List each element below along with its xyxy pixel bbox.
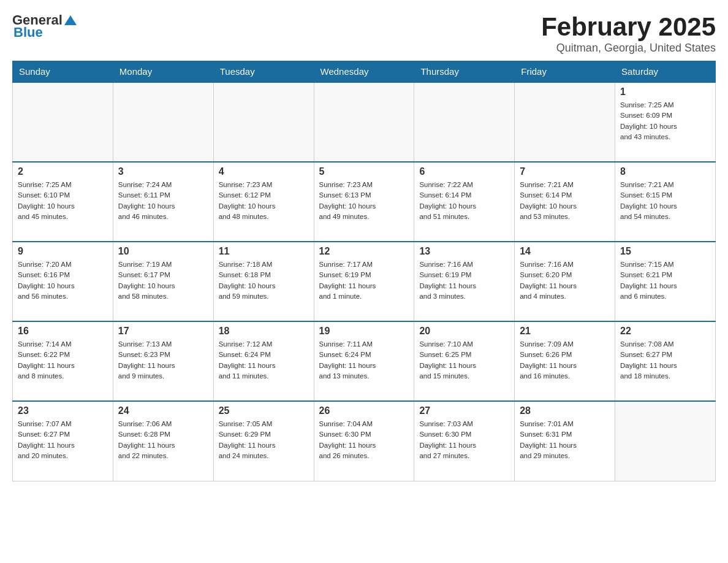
calendar-cell: 18Sunrise: 7:12 AM Sunset: 6:24 PM Dayli… [213, 321, 314, 401]
calendar-cell: 2Sunrise: 7:25 AM Sunset: 6:10 PM Daylig… [13, 162, 113, 242]
day-info: Sunrise: 7:23 AM Sunset: 6:12 PM Dayligh… [219, 180, 309, 222]
calendar-cell: 21Sunrise: 7:09 AM Sunset: 6:26 PM Dayli… [515, 321, 615, 401]
day-number: 1 [620, 86, 710, 98]
calendar-header-saturday: Saturday [615, 61, 716, 83]
day-number: 14 [520, 246, 610, 257]
calendar-cell: 20Sunrise: 7:10 AM Sunset: 6:25 PM Dayli… [414, 321, 515, 401]
day-info: Sunrise: 7:25 AM Sunset: 6:10 PM Dayligh… [18, 180, 108, 222]
calendar-cell: 5Sunrise: 7:23 AM Sunset: 6:13 PM Daylig… [314, 162, 414, 242]
day-number: 18 [219, 326, 309, 337]
day-number: 22 [620, 326, 710, 337]
calendar-cell: 7Sunrise: 7:21 AM Sunset: 6:14 PM Daylig… [515, 162, 615, 242]
day-info: Sunrise: 7:15 AM Sunset: 6:21 PM Dayligh… [620, 259, 710, 302]
subtitle: Quitman, Georgia, United States [541, 42, 716, 55]
day-number: 13 [419, 246, 509, 257]
day-info: Sunrise: 7:13 AM Sunset: 6:23 PM Dayligh… [118, 339, 208, 381]
calendar-cell: 16Sunrise: 7:14 AM Sunset: 6:22 PM Dayli… [13, 321, 113, 401]
calendar-cell [314, 82, 414, 162]
day-info: Sunrise: 7:21 AM Sunset: 6:14 PM Dayligh… [520, 180, 610, 222]
calendar-header-row: SundayMondayTuesdayWednesdayThursdayFrid… [13, 61, 716, 83]
calendar-cell: 9Sunrise: 7:20 AM Sunset: 6:16 PM Daylig… [13, 242, 113, 321]
day-number: 9 [18, 246, 108, 257]
day-number: 12 [319, 246, 409, 257]
day-info: Sunrise: 7:07 AM Sunset: 6:27 PM Dayligh… [18, 419, 108, 461]
calendar-header-friday: Friday [515, 61, 615, 83]
logo-blue: Blue [13, 25, 43, 40]
day-info: Sunrise: 7:03 AM Sunset: 6:30 PM Dayligh… [419, 419, 509, 461]
calendar-cell: 14Sunrise: 7:16 AM Sunset: 6:20 PM Dayli… [515, 242, 615, 321]
logo: General Blue [12, 12, 77, 40]
day-info: Sunrise: 7:21 AM Sunset: 6:15 PM Dayligh… [620, 180, 710, 222]
calendar-cell: 27Sunrise: 7:03 AM Sunset: 6:30 PM Dayli… [414, 401, 515, 481]
day-info: Sunrise: 7:24 AM Sunset: 6:11 PM Dayligh… [118, 180, 208, 222]
day-info: Sunrise: 7:22 AM Sunset: 6:14 PM Dayligh… [419, 180, 509, 222]
day-info: Sunrise: 7:17 AM Sunset: 6:19 PM Dayligh… [319, 259, 409, 302]
calendar-cell [615, 401, 716, 481]
calendar-week-row-2: 2Sunrise: 7:25 AM Sunset: 6:10 PM Daylig… [13, 162, 716, 242]
day-info: Sunrise: 7:20 AM Sunset: 6:16 PM Dayligh… [18, 259, 108, 302]
day-number: 20 [419, 326, 509, 337]
calendar-cell: 6Sunrise: 7:22 AM Sunset: 6:14 PM Daylig… [414, 162, 515, 242]
calendar-cell: 15Sunrise: 7:15 AM Sunset: 6:21 PM Dayli… [615, 242, 716, 321]
day-number: 3 [118, 166, 208, 177]
day-number: 16 [18, 326, 108, 337]
calendar-header-tuesday: Tuesday [213, 61, 314, 83]
calendar-cell: 19Sunrise: 7:11 AM Sunset: 6:24 PM Dayli… [314, 321, 414, 401]
title-section: February 2025 Quitman, Georgia, United S… [541, 12, 716, 55]
day-info: Sunrise: 7:08 AM Sunset: 6:27 PM Dayligh… [620, 339, 710, 381]
day-number: 25 [219, 405, 309, 416]
day-number: 7 [520, 166, 610, 177]
day-info: Sunrise: 7:01 AM Sunset: 6:31 PM Dayligh… [520, 419, 610, 461]
day-info: Sunrise: 7:16 AM Sunset: 6:20 PM Dayligh… [520, 259, 610, 302]
calendar-header-sunday: Sunday [13, 61, 113, 83]
calendar-week-row-5: 23Sunrise: 7:07 AM Sunset: 6:27 PM Dayli… [13, 401, 716, 481]
calendar-week-row-3: 9Sunrise: 7:20 AM Sunset: 6:16 PM Daylig… [13, 242, 716, 321]
day-number: 10 [118, 246, 208, 257]
day-info: Sunrise: 7:14 AM Sunset: 6:22 PM Dayligh… [18, 339, 108, 381]
day-info: Sunrise: 7:11 AM Sunset: 6:24 PM Dayligh… [319, 339, 409, 381]
calendar-cell: 17Sunrise: 7:13 AM Sunset: 6:23 PM Dayli… [113, 321, 213, 401]
calendar-cell: 28Sunrise: 7:01 AM Sunset: 6:31 PM Dayli… [515, 401, 615, 481]
day-number: 8 [620, 166, 710, 177]
day-number: 26 [319, 405, 409, 416]
calendar-cell: 26Sunrise: 7:04 AM Sunset: 6:30 PM Dayli… [314, 401, 414, 481]
calendar-cell [414, 82, 515, 162]
calendar-cell [113, 82, 213, 162]
day-info: Sunrise: 7:18 AM Sunset: 6:18 PM Dayligh… [219, 259, 309, 302]
calendar-cell: 13Sunrise: 7:16 AM Sunset: 6:19 PM Dayli… [414, 242, 515, 321]
calendar-cell [13, 82, 113, 162]
day-info: Sunrise: 7:16 AM Sunset: 6:19 PM Dayligh… [419, 259, 509, 302]
svg-marker-0 [64, 15, 77, 25]
calendar-cell: 11Sunrise: 7:18 AM Sunset: 6:18 PM Dayli… [213, 242, 314, 321]
day-number: 2 [18, 166, 108, 177]
day-info: Sunrise: 7:09 AM Sunset: 6:26 PM Dayligh… [520, 339, 610, 381]
day-info: Sunrise: 7:04 AM Sunset: 6:30 PM Dayligh… [319, 419, 409, 461]
day-number: 6 [419, 166, 509, 177]
day-info: Sunrise: 7:19 AM Sunset: 6:17 PM Dayligh… [118, 259, 208, 302]
day-number: 28 [520, 405, 610, 416]
calendar-table: SundayMondayTuesdayWednesdayThursdayFrid… [12, 61, 716, 481]
day-info: Sunrise: 7:05 AM Sunset: 6:29 PM Dayligh… [219, 419, 309, 461]
day-number: 24 [118, 405, 208, 416]
page-title: February 2025 [541, 12, 716, 42]
day-info: Sunrise: 7:10 AM Sunset: 6:25 PM Dayligh… [419, 339, 509, 381]
calendar-header-thursday: Thursday [414, 61, 515, 83]
day-number: 19 [319, 326, 409, 337]
day-number: 27 [419, 405, 509, 416]
day-info: Sunrise: 7:25 AM Sunset: 6:09 PM Dayligh… [620, 100, 710, 142]
day-info: Sunrise: 7:23 AM Sunset: 6:13 PM Dayligh… [319, 180, 409, 222]
calendar-cell: 22Sunrise: 7:08 AM Sunset: 6:27 PM Dayli… [615, 321, 716, 401]
day-number: 4 [219, 166, 309, 177]
day-number: 23 [18, 405, 108, 416]
calendar-cell: 10Sunrise: 7:19 AM Sunset: 6:17 PM Dayli… [113, 242, 213, 321]
day-number: 15 [620, 246, 710, 257]
calendar-cell: 4Sunrise: 7:23 AM Sunset: 6:12 PM Daylig… [213, 162, 314, 242]
day-number: 5 [319, 166, 409, 177]
calendar-cell: 24Sunrise: 7:06 AM Sunset: 6:28 PM Dayli… [113, 401, 213, 481]
day-info: Sunrise: 7:06 AM Sunset: 6:28 PM Dayligh… [118, 419, 208, 461]
calendar-cell: 3Sunrise: 7:24 AM Sunset: 6:11 PM Daylig… [113, 162, 213, 242]
page-header: General Blue February 2025 Quitman, Geor… [12, 12, 716, 55]
day-number: 21 [520, 326, 610, 337]
calendar-cell [213, 82, 314, 162]
day-number: 11 [219, 246, 309, 257]
